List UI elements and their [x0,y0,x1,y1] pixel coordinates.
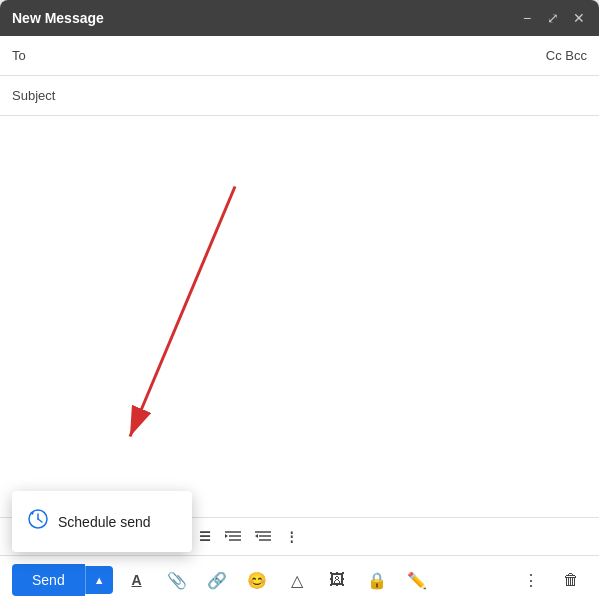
attach-file-icon: 📎 [167,571,187,590]
more-options-icon: ⋮ [523,571,539,590]
indent-button[interactable] [219,526,247,548]
message-area [0,116,599,517]
send-dropdown-icon: ▲ [94,574,105,586]
compose-body: To Cc Bcc Subject [0,36,599,517]
insert-drive-icon: △ [291,571,303,590]
insert-photo-button[interactable]: 🖼 [321,564,353,596]
discard-button[interactable]: 🗑 [555,564,587,596]
outdent-icon [255,530,271,544]
insert-link-icon: 🔗 [207,571,227,590]
confidential-button[interactable]: 🔒 [361,564,393,596]
formatting-underline-icon: A [132,572,142,588]
signature-icon: ✏️ [407,571,427,590]
schedule-send-label: Schedule send [58,514,151,530]
close-button[interactable]: ✕ [571,10,587,26]
svg-line-12 [38,519,42,522]
to-row: To Cc Bcc [0,36,599,76]
schedule-send-item[interactable]: Schedule send [12,499,192,544]
discard-icon: 🗑 [563,571,579,589]
title-bar: New Message − ⤢ ✕ [0,0,599,36]
numbers-button[interactable]: ☰ [193,525,217,548]
subject-row: Subject [0,76,599,116]
numbers-label: ☰ [199,529,211,544]
insert-link-button[interactable]: 🔗 [201,564,233,596]
send-dropdown-button[interactable]: ▲ [85,566,113,594]
schedule-send-popup: Schedule send [12,491,192,552]
schedule-send-icon [28,509,48,534]
confidential-icon: 🔒 [367,571,387,590]
subject-label: Subject [12,88,62,103]
title-bar-actions: − ⤢ ✕ [519,10,587,26]
toolbar-more-button[interactable]: ⋮ [279,525,304,548]
attach-file-button[interactable]: 📎 [161,564,193,596]
compose-window: New Message − ⤢ ✕ To Cc Bcc Subject [0,0,599,604]
svg-marker-9 [255,534,258,538]
indent-icon [225,530,241,544]
svg-marker-5 [225,534,228,538]
formatting-underline-button[interactable]: A [121,564,153,596]
signature-button[interactable]: ✏️ [401,564,433,596]
insert-photo-icon: 🖼 [329,571,345,589]
to-input[interactable] [62,48,546,64]
maximize-button[interactable]: ⤢ [545,10,561,26]
toolbar-more-icon: ⋮ [285,529,298,544]
subject-input[interactable] [62,88,587,104]
to-label: To [12,48,62,63]
message-body[interactable] [0,116,599,517]
cc-bcc-button[interactable]: Cc Bcc [546,48,587,63]
insert-emoji-button[interactable]: 😊 [241,564,273,596]
bottom-bar: Schedule send Send ▲ A 📎 🔗 😊 △ 🖼 [0,555,599,604]
minimize-button[interactable]: − [519,10,535,26]
insert-drive-button[interactable]: △ [281,564,313,596]
send-button-group: Schedule send Send ▲ [12,564,113,596]
outdent-button[interactable] [249,526,277,548]
more-options-button[interactable]: ⋮ [515,564,547,596]
send-button[interactable]: Send [12,564,85,596]
insert-emoji-icon: 😊 [247,571,267,590]
window-title: New Message [12,10,104,26]
